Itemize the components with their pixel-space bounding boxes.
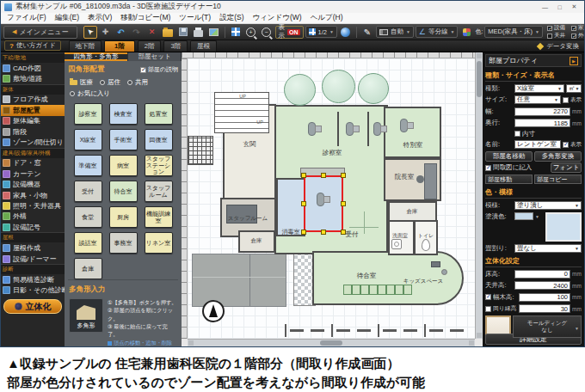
floor-tab[interactable]: 3階 — [163, 40, 188, 52]
dental-chair[interactable] — [400, 119, 408, 132]
view-checkbox[interactable]: 設備 — [547, 24, 565, 32]
room-palette-button[interactable]: 準備室 — [74, 155, 102, 176]
moulding-dropdown[interactable]: モールディング なし ▼ — [513, 315, 582, 338]
scroll-down-arrow[interactable] — [477, 333, 482, 338]
selection-handle[interactable] — [321, 173, 326, 178]
open-file-icon[interactable] — [161, 26, 175, 39]
wall-mode-dropdown[interactable]: 自動▼ — [376, 26, 414, 38]
room-palette-button[interactable]: 診察室 — [74, 103, 102, 125]
undo-icon[interactable]: ↶ — [114, 26, 128, 39]
view-checkbox[interactable]: 家具 — [571, 24, 585, 32]
drawing-canvas[interactable]: 玄関診察室特別室院長室倉庫レントゲン室消毒室受付スタッフルーム倉庫洗面室トイレ待… — [182, 52, 483, 346]
room-palette-button[interactable]: 事務室 — [109, 232, 138, 254]
tree-object[interactable] — [322, 70, 355, 103]
floor-tab[interactable]: 2階 — [138, 40, 162, 52]
selection-handle[interactable] — [341, 230, 346, 235]
floorplan[interactable]: 玄関診察室特別室院長室倉庫レントゲン室消毒室受付スタッフルーム倉庫洗面室トイレ待… — [188, 58, 475, 339]
room-copy-dropdown[interactable]: 部屋コピー▼ — [534, 175, 582, 184]
redo-icon[interactable]: ↷ — [130, 26, 144, 39]
floor-height-input[interactable]: 0 — [514, 270, 570, 279]
tree-object[interactable] — [284, 74, 316, 106]
sidebar-item[interactable]: ゾーン/間仕切り — [1, 137, 65, 147]
close-button[interactable]: ✕ — [568, 3, 581, 12]
deck-trellis[interactable] — [188, 136, 213, 165]
menu-item[interactable]: ヘルプ(H) — [306, 13, 348, 23]
room-palette-button[interactable]: 処置室 — [145, 103, 173, 125]
menu-item[interactable]: 編集(E) — [51, 13, 83, 23]
room-description-checkbox[interactable]: 部屋の説明 — [140, 65, 178, 74]
select-cursor-icon[interactable]: ➤ — [83, 26, 97, 39]
floor-tab[interactable]: 地下階 — [69, 40, 102, 52]
data-convert-button[interactable]: データ変換 — [546, 42, 579, 51]
font-button[interactable]: フォント — [551, 162, 582, 173]
category-radio[interactable]: 共用 — [127, 78, 148, 87]
sidebar-item[interactable]: 日影・その他診断 — [1, 285, 65, 296]
kids-table[interactable] — [431, 261, 440, 267]
toilet-icon[interactable] — [422, 239, 430, 251]
ceiling-height-input[interactable]: 2400 — [514, 281, 570, 290]
category-radio[interactable]: 居住 — [100, 78, 120, 87]
skirting-input[interactable]: 100 — [519, 293, 570, 302]
room-palette-button[interactable]: 検査室 — [109, 103, 138, 125]
sidebar-item[interactable]: 屋根作成 — [1, 242, 65, 253]
room-palette-button[interactable]: 病室 — [109, 155, 138, 176]
crown-checkbox[interactable] — [485, 306, 491, 312]
menu-item[interactable]: 設定(S) — [215, 13, 248, 23]
kids-stool[interactable] — [441, 269, 447, 275]
move-room-name-button[interactable]: 部屋名移動 — [485, 151, 533, 162]
selection-handle[interactable] — [301, 201, 306, 206]
selection-handle[interactable] — [341, 201, 346, 206]
north-compass-icon[interactable] — [202, 300, 225, 322]
vertical-scrollbar[interactable] — [475, 52, 483, 339]
print-icon[interactable] — [192, 26, 206, 39]
dental-chair[interactable] — [373, 122, 381, 136]
menu-item[interactable]: ウィンドウ(W) — [248, 13, 305, 23]
minimize-button[interactable]: — — [539, 3, 551, 12]
color-set-dropdown[interactable]: MED(家具・床)▼ — [484, 26, 543, 38]
room-palette-button[interactable]: スタッフステーション — [145, 155, 173, 176]
polygon-button[interactable]: 多角形 — [69, 298, 103, 333]
scroll-up-arrow[interactable] — [477, 53, 482, 58]
sidebar-item[interactable]: 照明・天井器具 — [1, 200, 65, 211]
sidebar-item[interactable]: 設備/ドーマー — [1, 254, 65, 264]
inner-dimension-checkbox[interactable] — [514, 131, 520, 137]
partition[interactable] — [337, 112, 339, 146]
draw-on-plan-checkbox[interactable] — [485, 165, 491, 171]
sidebar-item[interactable]: 部屋配置 — [1, 105, 65, 115]
office-chair[interactable] — [416, 175, 424, 183]
maximize-button[interactable]: □ — [553, 3, 566, 12]
horizontal-scroll-thumb[interactable] — [320, 340, 342, 346]
display-toggle[interactable]: 表示 ON — [275, 26, 304, 39]
collapse-panel-button[interactable]: ▶ — [570, 57, 578, 65]
unit-select[interactable]: ㎡▼ — [566, 84, 582, 93]
fit-view-icon[interactable] — [229, 26, 243, 39]
tree-object[interactable] — [358, 73, 389, 104]
horizontal-scrollbar[interactable] — [188, 339, 475, 346]
plan-room[interactable] — [384, 107, 441, 158]
zoom-in-icon[interactable]: + — [244, 26, 258, 39]
crown-input[interactable]: 30 — [519, 304, 570, 313]
selection-handle[interactable] — [321, 230, 326, 235]
size-mode-select[interactable]: 任意▼ — [514, 95, 561, 104]
room-palette-button[interactable]: 回復室 — [145, 129, 173, 150]
driveway[interactable] — [192, 254, 286, 307]
selection-handle[interactable] — [301, 173, 306, 178]
sidebar-item[interactable]: ドア・窓 — [1, 158, 65, 168]
room-palette-button[interactable]: 受付 — [74, 181, 102, 202]
room-palette-button[interactable]: スタッフルーム — [145, 181, 173, 202]
director-desk[interactable] — [424, 163, 437, 199]
category-radio[interactable]: お気に入り — [70, 89, 110, 98]
view-checkbox[interactable]: 外構 — [571, 32, 585, 40]
export-image-icon[interactable] — [207, 26, 221, 39]
sidebar-item[interactable]: 設備記号 — [1, 222, 65, 232]
room-move-dropdown[interactable]: 部屋移動▼ — [485, 175, 533, 184]
sidebar-item[interactable]: 家具・小物 — [1, 190, 65, 200]
pencil-icon[interactable]: ✎ — [360, 26, 374, 39]
make-3d-button[interactable]: 立体化 — [3, 299, 62, 314]
sidebar-item[interactable]: 階段 — [1, 126, 65, 137]
zoom-out-icon[interactable]: − — [260, 26, 274, 39]
view-checkbox[interactable]: 天井 — [547, 32, 565, 40]
fill-color-dropdown[interactable]: ▼ — [514, 212, 539, 220]
category-radio[interactable]: 医療 — [70, 78, 93, 87]
assist-line-dropdown[interactable]: ∠等分線▼ — [416, 26, 459, 38]
